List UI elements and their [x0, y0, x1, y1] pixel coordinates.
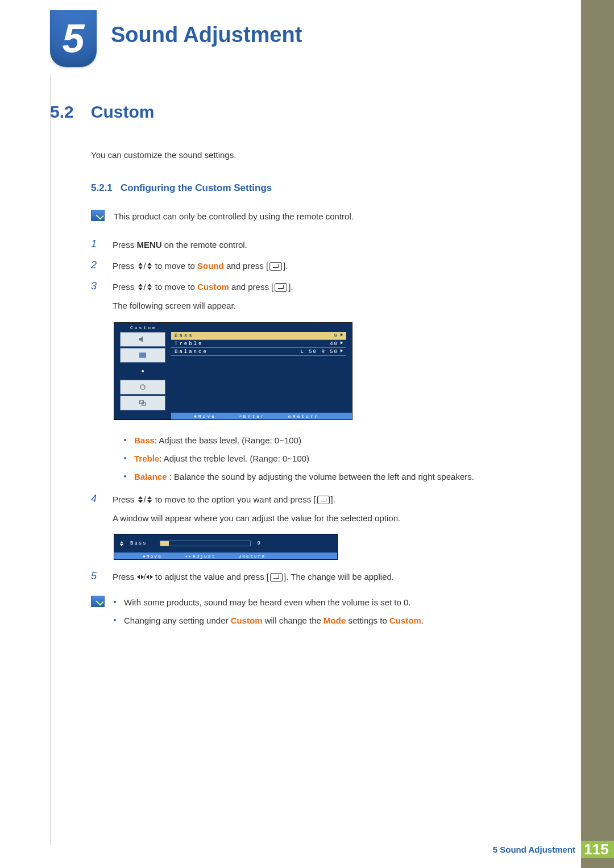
chapter-title: Sound Adjustment	[111, 23, 302, 47]
text: ]. The change will be applied.	[284, 572, 394, 582]
bullet-desc: : Adjust the bass level. (Range: 0~100)	[155, 435, 301, 445]
text: will change the	[262, 616, 323, 625]
enter-icon	[269, 262, 282, 271]
osd-row-label: Balance	[175, 349, 208, 355]
adjust-footer-adjust: Adjust	[193, 554, 216, 559]
osd-row-value: L 50 R 50	[300, 349, 338, 355]
osd-footer-return: Return	[293, 414, 320, 419]
bullet-icon	[124, 457, 126, 459]
svg-point-1	[142, 370, 144, 372]
bullet-desc: : Balance the sound by adjusting the vol…	[167, 472, 474, 481]
osd-title: Custom	[130, 325, 157, 330]
bullet-icon	[124, 439, 126, 441]
text: and press [	[224, 261, 268, 271]
up-down-icon	[137, 263, 144, 269]
bullet-treble: Treble: Adjust the treble level. (Range:…	[124, 452, 545, 466]
target-label: Sound	[197, 261, 224, 271]
text: Press	[113, 572, 137, 582]
osd-lines: Bass 9 Treble 40 Balance L 50 R 50	[171, 332, 346, 356]
up-down-arrows-icon	[120, 541, 123, 546]
osd-row-value: 9	[334, 333, 338, 339]
step-5: 5 Press / to adjust the value and press …	[91, 569, 545, 584]
subsection-heading: 5.2.1 Configuring the Custom Settings	[91, 182, 545, 194]
enter-icon	[317, 496, 330, 504]
text: Press	[113, 240, 137, 250]
osd-footer-enter: Enter	[243, 414, 265, 419]
step-2: 2 Press / to move to Sound and press [].	[91, 258, 545, 273]
note-top-text: This product can only be controlled by u…	[114, 210, 354, 223]
text: and press [	[229, 282, 273, 292]
target-label: Custom	[197, 282, 229, 292]
text: Press	[113, 495, 137, 504]
note-text: With some products, sound may be heard e…	[124, 596, 410, 609]
osd-row-balance: Balance L 50 R 50	[171, 348, 346, 356]
adjust-bar-preview: Bass 9 ♦Move ◂▸Adjust ↺Return	[114, 534, 545, 560]
osd-preview: Custom Bass 9 Treble 40 Balance	[114, 322, 545, 420]
text: ].	[288, 282, 293, 292]
triangle-right-icon	[341, 349, 343, 352]
step-1: 1 Press MENU on the remote control.	[91, 237, 545, 252]
step-number: 5	[91, 569, 101, 584]
bullet-icon	[114, 619, 116, 621]
note-bottom: With some products, sound may be heard e…	[91, 596, 545, 632]
adjust-label: Bass	[130, 541, 147, 546]
step-number: 2	[91, 258, 101, 273]
osd-footer: ♦Move ⏎Enter ↺Return	[171, 413, 352, 420]
osd-row-treble: Treble 40	[171, 340, 346, 348]
enter-icon	[275, 283, 287, 292]
section-heading: 5.2 Custom	[50, 102, 545, 122]
osd-row-value: 40	[330, 341, 338, 347]
step-after-text: A window will appear where you can adjus…	[113, 510, 545, 526]
text: Press	[113, 282, 137, 292]
section-intro: You can customize the sound settings.	[91, 150, 545, 160]
bullet-bass: Bass: Adjust the bass level. (Range: 0~1…	[124, 434, 545, 447]
adjust-track	[160, 541, 251, 546]
text: to move to the option you want and press…	[153, 495, 316, 504]
step-number: 1	[91, 237, 101, 252]
text: .	[421, 616, 424, 625]
text: Press	[113, 261, 137, 271]
option-description-list: Bass: Adjust the bass level. (Range: 0~1…	[124, 434, 545, 484]
menu-label: MENU	[137, 240, 162, 250]
svg-point-2	[140, 385, 145, 389]
enter-icon	[270, 573, 283, 582]
adjust-footer-return: Return	[242, 554, 265, 559]
highlight: Custom	[231, 616, 263, 625]
bullet-balance: Balance : Balance the sound by adjusting…	[124, 470, 545, 484]
footer-label: 5 Sound Adjustment	[493, 845, 575, 854]
bullet-name: Balance	[134, 472, 167, 481]
up-down-icon	[137, 284, 144, 290]
adjust-footer-move: Move	[147, 554, 162, 559]
bullet-name: Bass	[134, 435, 155, 445]
page-footer: 5 Sound Adjustment 115	[493, 841, 614, 858]
osd-footer-move: Move	[198, 414, 216, 419]
text: to move to	[153, 261, 197, 271]
highlight: Mode	[323, 616, 346, 625]
left-right-icon	[137, 574, 144, 580]
triangle-right-icon	[341, 341, 343, 344]
right-edge-bar	[581, 0, 614, 868]
section-number: 5.2	[50, 102, 74, 122]
text: on the remote control.	[162, 240, 247, 250]
osd-sidebar-gear-icon	[120, 380, 165, 394]
text: to move to	[153, 282, 197, 292]
osd-sidebar-input-icon	[120, 364, 165, 379]
page-number: 115	[581, 841, 614, 858]
adjust-footer: ♦Move ◂▸Adjust ↺Return	[114, 553, 337, 559]
subsection-number: 5.2.1	[91, 182, 113, 193]
step-number: 4	[91, 492, 101, 526]
up-down-icon	[146, 263, 153, 269]
section-title: Custom	[91, 102, 155, 122]
bullet-icon	[124, 475, 126, 477]
osd-sidebar	[120, 332, 165, 410]
bullet-desc: : Adjust the treble level. (Range: 0~100…	[159, 454, 309, 463]
osd-row-label: Treble	[175, 341, 203, 347]
subsection-title: Configuring the Custom Settings	[121, 182, 272, 193]
text: ].	[331, 495, 335, 504]
note-bottom-1: With some products, sound may be heard e…	[114, 596, 545, 609]
osd-sidebar-picture-icon	[120, 348, 165, 363]
chapter-badge: 5	[50, 10, 97, 67]
up-down-icon	[146, 496, 153, 503]
highlight: Custom	[389, 616, 421, 625]
up-down-icon	[146, 284, 153, 290]
